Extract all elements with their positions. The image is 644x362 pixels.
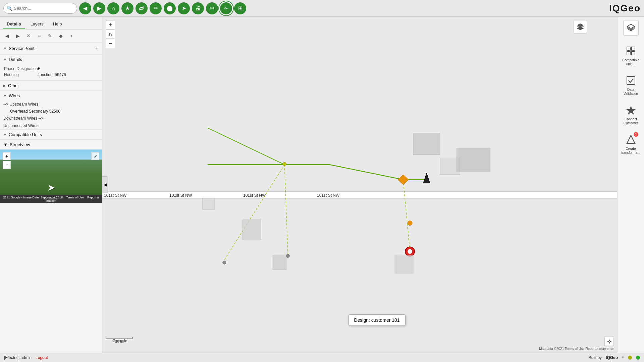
- design-tooltip: Design: customer 101: [348, 314, 405, 326]
- navigate-btn[interactable]: ➤: [178, 2, 190, 14]
- back-btn[interactable]: ◀: [79, 2, 91, 14]
- service-point-section: ▼ Service Point: +: [0, 43, 102, 55]
- sv-terms[interactable]: Terms of Use: [66, 196, 84, 199]
- unconnected-wires-item[interactable]: Unconnected Wires: [0, 122, 102, 129]
- svg-rect-32: [627, 76, 635, 84]
- data-validation-tool[interactable]: Data Validation: [619, 72, 643, 98]
- details-header[interactable]: ▼ Details: [0, 55, 102, 64]
- sv-expand-btn[interactable]: ⤢: [91, 152, 99, 160]
- scissors-btn[interactable]: ✁: [220, 2, 232, 14]
- svg-rect-27: [632, 47, 635, 50]
- edit-btn[interactable]: ✏: [150, 2, 162, 14]
- downstream-wires-item[interactable]: Downstream Wires -->: [0, 115, 102, 122]
- create-transformer-label: Create transforme...: [621, 147, 641, 155]
- streetview-map[interactable]: + − ⤢ ➤ Google 2021 Google - Image Date:…: [0, 149, 102, 203]
- compatible-unit-tool[interactable]: Compatible unit ...: [619, 43, 643, 68]
- connect-customer-tool[interactable]: Connect Customer: [619, 102, 643, 127]
- compatible-units-header[interactable]: ▼ Compatible Units: [0, 130, 102, 139]
- svg-point-13: [283, 162, 286, 166]
- sub-toolbar: ◀ ▶ ✕ ≡ ✎ ◆ ⌖: [0, 29, 102, 43]
- details-chevron-icon: ▼: [3, 58, 7, 61]
- details-section: ▼ Details Phase Designation B Housing Ju…: [0, 55, 102, 81]
- wires-header[interactable]: ▼ Wires: [0, 91, 102, 101]
- forward-btn[interactable]: ▶: [93, 2, 105, 14]
- main-area: Details Layers Help ◀ ▶ ✕ ≡ ✎ ◆ ⌖ ▼ Serv…: [0, 17, 644, 353]
- create-transformer-tool[interactable]: 3 Create transforme...: [619, 131, 643, 157]
- sv-zoom-out-btn[interactable]: −: [3, 161, 11, 169]
- svg-marker-34: [627, 135, 635, 143]
- streetview-header[interactable]: ▼ Streetview: [0, 140, 102, 149]
- sub-edit-btn[interactable]: ✎: [46, 32, 54, 40]
- other-section: ▶ Other: [0, 81, 102, 91]
- sub-forward-btn[interactable]: ▶: [13, 32, 22, 40]
- svg-line-3: [208, 128, 284, 165]
- bookmark-btn[interactable]: ★: [121, 2, 133, 14]
- tab-details[interactable]: Details: [3, 19, 25, 29]
- map-container[interactable]: ◀ + 19 − 101st St NW 101st St NW 101st S…: [102, 17, 617, 353]
- svg-marker-33: [626, 106, 636, 115]
- sv-zoom-controls: + −: [3, 152, 11, 169]
- tab-layers[interactable]: Layers: [26, 19, 48, 29]
- svg-point-11: [408, 221, 412, 226]
- data-validation-icon: [625, 74, 637, 86]
- service-point-header[interactable]: ▼ Service Point: +: [0, 43, 102, 54]
- phase-designation-row: Phase Designation B: [4, 66, 98, 71]
- wires-label: Wires: [9, 93, 20, 98]
- housing-row: Housing Junction: 56476: [4, 72, 98, 77]
- built-by-text: Built by: [589, 355, 602, 360]
- home-btn[interactable]: ⌂: [107, 2, 119, 14]
- chevron-down-icon: ▼: [3, 47, 7, 50]
- print-btn[interactable]: 🖨: [192, 2, 204, 14]
- other-header[interactable]: ▶ Other: [0, 81, 102, 90]
- upstream-wires-item[interactable]: --> Upstream Wires: [0, 101, 102, 108]
- connect-customer-label: Connect Customer: [621, 117, 641, 125]
- svg-rect-29: [632, 52, 635, 55]
- other-chevron-icon: ▶: [3, 84, 6, 87]
- sub-close-btn[interactable]: ✕: [24, 32, 33, 40]
- main-toolbar: 🔍 ◀ ▶ ⌂ ★ ✏ ⬤ ➤ 🖨 ✂ ✁ ⊞ IQGeo: [0, 0, 644, 17]
- sub-zoom-btn[interactable]: ⌖: [67, 32, 76, 40]
- sv-zoom-in-btn[interactable]: +: [3, 152, 11, 160]
- grid-btn[interactable]: ⊞: [234, 2, 246, 14]
- svg-rect-23: [273, 255, 286, 270]
- link-btn[interactable]: [136, 2, 148, 14]
- footer-role: [Electric] admin: [4, 355, 32, 360]
- wires-chevron-icon: ▼: [3, 94, 7, 98]
- svg-rect-22: [203, 198, 214, 210]
- search-input[interactable]: [3, 3, 77, 14]
- cut-btn[interactable]: ✂: [206, 2, 218, 14]
- record-btn[interactable]: ⬤: [164, 2, 176, 14]
- svg-rect-18: [413, 133, 440, 155]
- svg-point-14: [223, 261, 226, 264]
- create-transformer-icon-wrap: 3: [625, 133, 637, 145]
- overhead-secondary-item[interactable]: Overhead Secondary 52500: [0, 108, 102, 115]
- compatible-unit-icon: [625, 45, 637, 57]
- zoom-out-btn[interactable]: −: [106, 39, 115, 48]
- map-canvas[interactable]: 101st St NW 101st St NW 101st St NW 101s…: [102, 17, 617, 353]
- right-panel: Compatible unit ... Data Validation Conn…: [617, 17, 644, 353]
- sub-list-btn[interactable]: ≡: [35, 32, 44, 40]
- tab-help[interactable]: Help: [49, 19, 66, 29]
- logout-link[interactable]: Logout: [36, 355, 48, 360]
- svg-rect-26: [627, 47, 630, 50]
- add-service-point-btn[interactable]: +: [95, 45, 99, 52]
- sub-back-btn[interactable]: ◀: [3, 32, 11, 40]
- sub-network-btn[interactable]: ◆: [56, 32, 65, 40]
- map-attribution: Map data ©2021 Terms of Use Report a map…: [539, 347, 614, 351]
- search-icon: 🔍: [7, 6, 12, 11]
- navigation-btn[interactable]: ⊹: [604, 337, 614, 346]
- road-label-3: 101st St NW: [243, 193, 266, 198]
- zoom-in-btn[interactable]: +: [106, 20, 115, 29]
- svg-point-15: [286, 254, 289, 257]
- compatible-unit-label: Compatible unit ...: [621, 58, 641, 66]
- google-logo: Google: [112, 338, 127, 343]
- collapse-panel-btn[interactable]: ◀: [102, 176, 108, 193]
- map-zoom-controls: + 19 −: [106, 20, 115, 48]
- compatible-units-label: Compatible Units: [9, 132, 42, 137]
- svg-line-6: [223, 165, 284, 261]
- svg-rect-1: [577, 26, 584, 27]
- map-layers-btn[interactable]: [574, 20, 587, 34]
- tooltip-text: Design: customer 101: [354, 317, 399, 323]
- tab-bar: Details Layers Help: [0, 17, 102, 29]
- layers-panel-btn[interactable]: [623, 20, 639, 36]
